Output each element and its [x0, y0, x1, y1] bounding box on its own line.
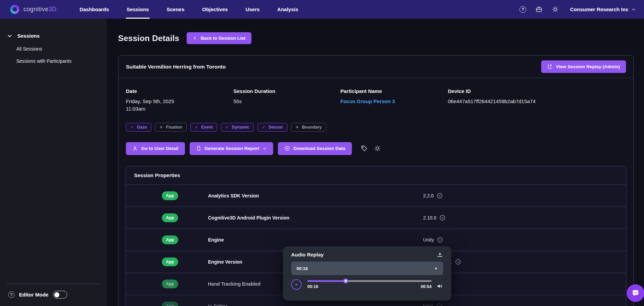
- org-switcher[interactable]: Consumer Research Inc: [570, 6, 636, 12]
- go-to-user-detail-button[interactable]: Go to User Detail: [126, 142, 185, 155]
- document-icon: [196, 146, 201, 151]
- current-time: 00:16: [307, 284, 318, 289]
- slider-fill: [307, 280, 346, 282]
- data-type-tags: ✓Gaze ✕Fixation ✓Event ✓Dynamic ✓Sensor …: [126, 123, 626, 132]
- audio-clip-select[interactable]: 00:16 ▼: [291, 262, 443, 275]
- source-badge: App: [162, 191, 178, 200]
- property-row-analytics-sdk-version: App Analytics SDK Version 2.2.0: [126, 185, 626, 207]
- external-link-icon: [547, 64, 552, 69]
- audio-clip-selected: 00:16: [297, 266, 308, 271]
- back-to-session-list-button[interactable]: Back to Session List: [187, 32, 251, 44]
- tag-boundary: ✕Boundary: [291, 123, 326, 132]
- source-badge: App: [162, 302, 178, 306]
- help-icon[interactable]: ?: [519, 6, 526, 13]
- chat-bubble-icon: [631, 289, 640, 298]
- field-device-id: Device ID 06e447a517ff264421459b2ab7d15a…: [448, 88, 626, 113]
- field-participant-name: Participant Name Focus Group Person 3: [340, 88, 448, 113]
- briefcase-icon[interactable]: [535, 6, 543, 13]
- expand-chevron-icon[interactable]: [439, 215, 446, 221]
- page-title: Session Details: [118, 34, 179, 43]
- slider-handle[interactable]: [343, 279, 348, 284]
- toggle-knob: [54, 292, 59, 297]
- audio-seek-slider[interactable]: [307, 280, 432, 282]
- nav-item-objectives[interactable]: Objectives: [202, 0, 229, 19]
- participant-link[interactable]: Focus Group Person 3: [340, 98, 395, 104]
- settings-gear-icon[interactable]: [552, 6, 559, 13]
- editor-mode-label: Editor Mode: [19, 292, 49, 298]
- chevron-down-icon: [7, 33, 13, 39]
- brand-name: cognitive3D: [23, 6, 56, 13]
- audio-replay-title: Audio Replay: [291, 252, 324, 257]
- editor-mode-toggle[interactable]: [53, 291, 67, 299]
- generate-session-report-button[interactable]: Generate Session Report: [190, 142, 273, 155]
- audio-replay-popup: Audio Replay 00:16 ▼ 00:16 00:54: [283, 246, 451, 301]
- expand-chevron-icon[interactable]: [437, 193, 443, 199]
- nav-item-dashboards[interactable]: Dashboards: [79, 0, 110, 19]
- chevron-down-icon: [263, 147, 267, 151]
- total-time: 00:54: [421, 284, 432, 289]
- nav-item-scenes[interactable]: Scenes: [166, 0, 185, 19]
- session-info-grid: Date Friday, Sep 5th, 202511:03am Sessio…: [118, 78, 633, 113]
- session-name: Suitable Vermilion Herring from Toronto: [126, 64, 226, 70]
- nav-item-analysis[interactable]: Analysis: [277, 0, 299, 19]
- user-icon: [132, 146, 138, 151]
- download-session-data-button[interactable]: Download Session Data: [278, 142, 352, 155]
- play-button[interactable]: [291, 279, 302, 290]
- chevron-left-icon: [193, 36, 197, 40]
- nav-item-users[interactable]: Users: [245, 0, 260, 19]
- session-actions: Go to User Detail Generate Session Repor…: [126, 142, 626, 155]
- caret-down-icon: ▼: [434, 267, 438, 270]
- primary-nav: Dashboards Sessions Scenes Objectives Us…: [79, 0, 315, 19]
- top-nav: cognitive3D Dashboards Sessions Scenes O…: [0, 0, 644, 19]
- expand-chevron-icon[interactable]: [437, 237, 443, 243]
- expand-chevron-icon[interactable]: [436, 303, 442, 306]
- tag-sensor: ✓Sensor: [258, 123, 287, 132]
- cloud-download-icon: [284, 146, 290, 151]
- volume-icon[interactable]: [437, 283, 443, 289]
- chat-support-button[interactable]: [627, 284, 644, 302]
- field-date: Date Friday, Sep 5th, 202511:03am: [126, 88, 233, 113]
- sidebar-item-sessions-with-participants[interactable]: Sessions with Participants: [16, 58, 107, 64]
- session-properties-title: Session Properties: [134, 172, 180, 178]
- gear-icon[interactable]: [374, 145, 381, 152]
- sidebar-group-sessions[interactable]: Sessions: [0, 19, 107, 39]
- org-name: Consumer Research Inc: [570, 6, 628, 12]
- source-badge: App: [162, 257, 178, 266]
- editor-mode-help-icon[interactable]: ?: [8, 291, 15, 298]
- tag-icon[interactable]: [361, 145, 368, 152]
- brand[interactable]: cognitive3D: [10, 0, 56, 19]
- view-session-replay-button[interactable]: View Session Replay (Admin): [541, 60, 626, 73]
- cognitive3d-logo-icon: [10, 5, 19, 14]
- sidebar-group-label: Sessions: [17, 33, 40, 39]
- nav-item-sessions[interactable]: Sessions: [126, 0, 150, 19]
- tag-dynamic: ✓Dynamic: [221, 123, 254, 132]
- source-badge: App: [162, 235, 178, 244]
- source-badge: App: [162, 213, 178, 222]
- play-icon: [295, 283, 299, 287]
- sidebar-item-all-sessions[interactable]: All Sessions: [16, 46, 107, 52]
- sidebar: Sessions All Sessions Sessions with Part…: [0, 19, 107, 306]
- expand-chevron-icon[interactable]: [455, 259, 461, 265]
- source-badge: App: [162, 280, 178, 288]
- tag-fixation: ✕Fixation: [155, 123, 187, 132]
- field-session-duration: Session Duration 55s: [233, 88, 340, 113]
- tag-gaze: ✓Gaze: [126, 123, 151, 132]
- chevron-down-icon: [631, 7, 636, 12]
- property-row-android-plugin-version: App Cognitive3D Android Plugin Version 2…: [126, 207, 626, 229]
- tag-event: ✓Event: [190, 123, 217, 132]
- download-audio-icon[interactable]: [437, 251, 443, 258]
